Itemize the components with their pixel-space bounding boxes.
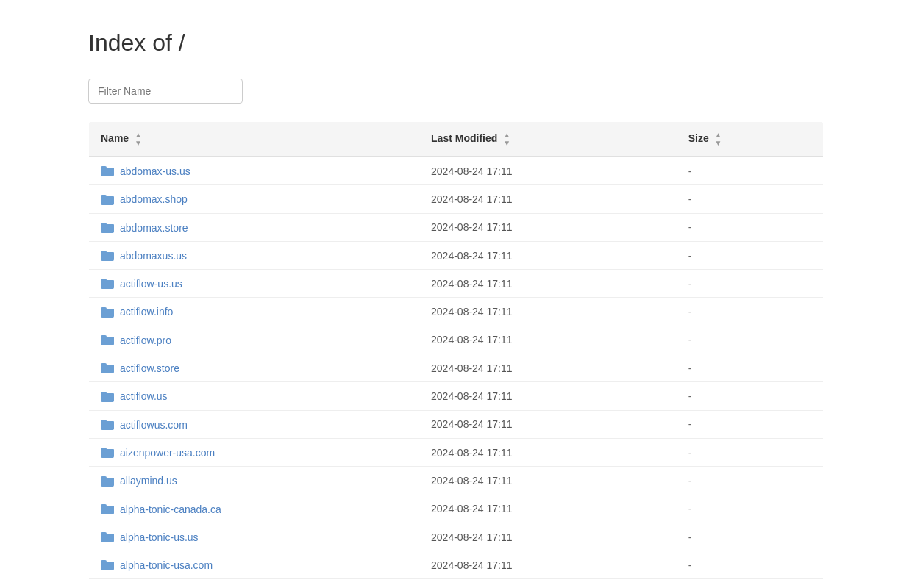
folder-icon xyxy=(101,420,114,430)
cell-modified: 2024-08-24 17:11 xyxy=(419,270,677,298)
size-sort-arrows: ▲ ▼ xyxy=(715,131,722,147)
cell-name: abdomax.shop xyxy=(89,185,420,213)
cell-name: actiflowus.com xyxy=(89,410,420,438)
header-row: Name ▲ ▼ Last Modified ▲ ▼ Size xyxy=(89,122,824,157)
entry-link[interactable]: abdomax-us.us xyxy=(120,165,190,177)
cell-name: actiflow.pro xyxy=(89,326,420,354)
table-row: abdomaxus.us2024-08-24 17:11- xyxy=(89,241,824,269)
entry-link[interactable]: actiflow.us xyxy=(120,391,168,403)
folder-icon xyxy=(101,363,114,373)
cell-modified: 2024-08-24 17:11 xyxy=(419,467,677,495)
entry-link[interactable]: actiflow.info xyxy=(120,306,173,318)
entry-link[interactable]: alpha-tonic-us.us xyxy=(120,531,199,543)
entry-link[interactable]: abdomax.shop xyxy=(120,194,188,206)
cell-size: - xyxy=(677,579,824,588)
cell-name: abdomaxus.us xyxy=(89,241,420,269)
cell-name: abdomax-us.us xyxy=(89,157,420,185)
entry-link[interactable]: aizenpower-usa.com xyxy=(120,447,215,459)
column-header-size[interactable]: Size ▲ ▼ xyxy=(677,122,824,157)
folder-icon xyxy=(101,166,114,176)
folder-icon xyxy=(101,223,114,233)
cell-size: - xyxy=(677,382,824,410)
cell-size: - xyxy=(677,467,824,495)
folder-icon xyxy=(101,279,114,289)
entry-link[interactable]: abdomaxus.us xyxy=(120,250,187,262)
name-sort-arrows: ▲ ▼ xyxy=(135,131,142,147)
folder-icon xyxy=(101,251,114,261)
cell-size: - xyxy=(677,157,824,185)
folder-icon xyxy=(101,504,114,514)
cell-size: - xyxy=(677,326,824,354)
entry-link[interactable]: allaymind.us xyxy=(120,476,177,487)
table-row: actiflowus.com2024-08-24 17:11- xyxy=(89,410,824,438)
cell-size: - xyxy=(677,438,824,466)
cell-size: - xyxy=(677,270,824,298)
cell-name: actiflow-us.us xyxy=(89,270,420,298)
table-header: Name ▲ ▼ Last Modified ▲ ▼ Size xyxy=(89,122,824,157)
cell-size: - xyxy=(677,185,824,213)
table-row: actiflow.store2024-08-24 17:11- xyxy=(89,354,824,382)
cell-name: alpha-tonic-us.us xyxy=(89,523,420,551)
entry-link[interactable]: actiflow-us.us xyxy=(120,278,182,290)
cell-size: - xyxy=(677,551,824,579)
modified-sort-arrows: ▲ ▼ xyxy=(503,131,510,147)
table-row: actiflow-us.us2024-08-24 17:11- xyxy=(89,270,824,298)
cell-name: actiflow.store xyxy=(89,354,420,382)
cell-name: alpha-tonic-usa.us xyxy=(89,579,420,588)
cell-size: - xyxy=(677,495,824,523)
table-row: alpha-tonic-usa.us2024-08-24 17:11- xyxy=(89,579,824,588)
cell-modified: 2024-08-24 17:11 xyxy=(419,523,677,551)
cell-name: allaymind.us xyxy=(89,467,420,495)
cell-size: - xyxy=(677,241,824,269)
table-row: abdomax-us.us2024-08-24 17:11- xyxy=(89,157,824,185)
entry-link[interactable]: abdomax.store xyxy=(120,222,188,234)
cell-modified: 2024-08-24 17:11 xyxy=(419,241,677,269)
entry-link[interactable]: alpha-tonic-usa.com xyxy=(120,559,213,571)
entry-link[interactable]: alpha-tonic-canada.ca xyxy=(120,503,221,515)
column-header-name[interactable]: Name ▲ ▼ xyxy=(89,122,420,157)
page-title: Index of / xyxy=(88,29,824,57)
cell-modified: 2024-08-24 17:11 xyxy=(419,298,677,326)
cell-modified: 2024-08-24 17:11 xyxy=(419,326,677,354)
cell-name: abdomax.store xyxy=(89,213,420,241)
cell-name: aizenpower-usa.com xyxy=(89,438,420,466)
cell-modified: 2024-08-24 17:11 xyxy=(419,185,677,213)
cell-modified: 2024-08-24 17:11 xyxy=(419,213,677,241)
entry-link[interactable]: actiflow.pro xyxy=(120,334,171,346)
table-row: actiflow.info2024-08-24 17:11- xyxy=(89,298,824,326)
entry-link[interactable]: actiflowus.com xyxy=(120,419,188,431)
entry-link[interactable]: actiflow.store xyxy=(120,362,179,374)
cell-modified: 2024-08-24 17:11 xyxy=(419,495,677,523)
folder-icon xyxy=(101,335,114,345)
folder-icon xyxy=(101,448,114,458)
cell-modified: 2024-08-24 17:11 xyxy=(419,438,677,466)
table-row: aizenpower-usa.com2024-08-24 17:11- xyxy=(89,438,824,466)
folder-icon xyxy=(101,532,114,542)
cell-size: - xyxy=(677,354,824,382)
cell-size: - xyxy=(677,410,824,438)
cell-modified: 2024-08-24 17:11 xyxy=(419,157,677,185)
cell-size: - xyxy=(677,523,824,551)
cell-modified: 2024-08-24 17:11 xyxy=(419,410,677,438)
cell-size: - xyxy=(677,213,824,241)
table-row: alpha-tonic-us.us2024-08-24 17:11- xyxy=(89,523,824,551)
folder-icon xyxy=(101,392,114,402)
column-header-modified[interactable]: Last Modified ▲ ▼ xyxy=(419,122,677,157)
cell-name: actiflow.us xyxy=(89,382,420,410)
folder-icon xyxy=(101,560,114,570)
table-row: allaymind.us2024-08-24 17:11- xyxy=(89,467,824,495)
cell-name: alpha-tonic-usa.com xyxy=(89,551,420,579)
table-row: alpha-tonic-canada.ca2024-08-24 17:11- xyxy=(89,495,824,523)
filter-name-input[interactable] xyxy=(88,79,243,104)
table-row: actiflow.pro2024-08-24 17:11- xyxy=(89,326,824,354)
page-container: Index of / Name ▲ ▼ Last Modified ▲ ▼ xyxy=(0,0,912,588)
folder-icon xyxy=(101,307,114,318)
table-body: abdomax-us.us2024-08-24 17:11-abdomax.sh… xyxy=(89,157,824,588)
cell-modified: 2024-08-24 17:11 xyxy=(419,382,677,410)
table-row: alpha-tonic-usa.com2024-08-24 17:11- xyxy=(89,551,824,579)
table-row: abdomax.shop2024-08-24 17:11- xyxy=(89,185,824,213)
file-table: Name ▲ ▼ Last Modified ▲ ▼ Size xyxy=(88,121,824,588)
cell-modified: 2024-08-24 17:11 xyxy=(419,579,677,588)
folder-icon xyxy=(101,476,114,487)
table-row: abdomax.store2024-08-24 17:11- xyxy=(89,213,824,241)
